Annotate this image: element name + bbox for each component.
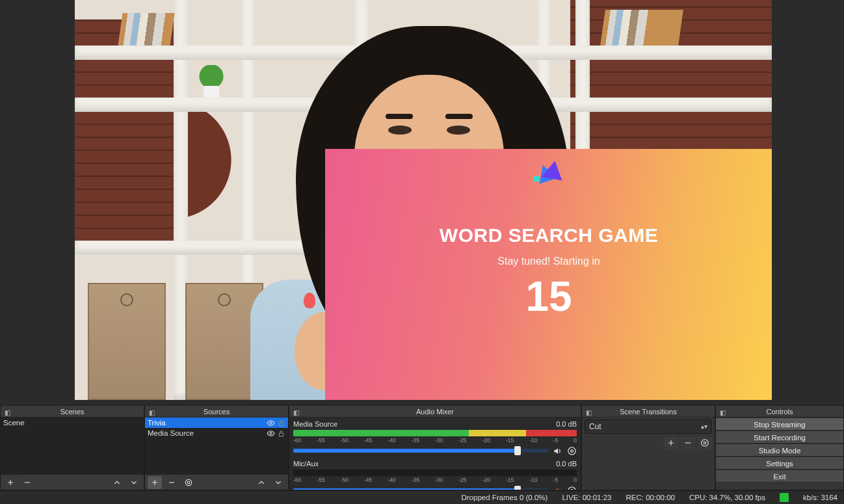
move-source-up-button[interactable]: [254, 476, 269, 489]
controls-title-label: Controls: [767, 408, 793, 416]
scenes-title-label: Scenes: [60, 408, 85, 416]
preview-canvas[interactable]: WORD SEARCH GAME Stay tuned! Starting in…: [75, 0, 772, 400]
volume-slider[interactable]: [293, 488, 548, 490]
mixer-body: Media Source 0.0 dB -60-55-50-45-40-35-3…: [289, 418, 581, 490]
sources-toolbar: [145, 474, 288, 490]
channel-name: Mic/Aux: [293, 460, 319, 468]
detach-icon[interactable]: ◧: [3, 407, 11, 415]
eyebrow: [386, 114, 413, 119]
controls-dock: ◧ Controls Stop Streaming Start Recordin…: [715, 405, 844, 490]
status-bitrate: kb/s: 3164: [803, 494, 837, 501]
sources-dock: ◧ Sources Trivia Media Source: [144, 405, 289, 490]
scenes-title: ◧ Scenes: [1, 406, 144, 418]
speaker-icon[interactable]: [552, 445, 562, 456]
channel-settings-icon[interactable]: [566, 445, 577, 456]
channel-ticks: -60-55-50-45-40-35-30-25-20-15-10-50: [293, 477, 577, 483]
remove-transition-button[interactable]: [681, 436, 695, 449]
speaker-muted-icon[interactable]: [552, 485, 562, 490]
game-overlay: WORD SEARCH GAME Stay tuned! Starting in…: [325, 149, 772, 400]
transitions-title: ◧ Scene Transitions: [582, 406, 715, 418]
channel-db: 0.0 dB: [556, 460, 577, 468]
status-health-icon: [780, 493, 789, 502]
settings-button[interactable]: Settings: [716, 457, 843, 470]
svg-point-7: [568, 447, 575, 454]
transition-settings-button[interactable]: [698, 436, 712, 449]
eyebrow: [445, 114, 473, 119]
status-cpu-fps: CPU: 34.7%, 30.00 fps: [689, 494, 765, 501]
svg-rect-1: [279, 422, 284, 425]
channel-name: Media Source: [293, 420, 337, 428]
add-transition-button[interactable]: [664, 436, 678, 449]
svg-point-5: [185, 479, 191, 485]
lock-icon[interactable]: [276, 418, 285, 427]
source-properties-button[interactable]: [181, 476, 196, 489]
detach-icon[interactable]: ◧: [292, 407, 300, 415]
source-row-media[interactable]: Media Source: [145, 428, 288, 438]
scenes-dock: ◧ Scenes Scene: [0, 405, 144, 490]
sources-title-label: Sources: [204, 408, 230, 416]
source-label: Media Source: [148, 429, 194, 437]
move-scene-down-button[interactable]: [127, 476, 141, 489]
transitions-dock: ◧ Scene Transitions Cut ▴▾: [581, 405, 715, 490]
lock-icon[interactable]: [276, 429, 285, 438]
visibility-icon[interactable]: [266, 429, 275, 438]
scene-row[interactable]: Scene: [1, 418, 144, 428]
status-bar: Dropped Frames 0 (0.0%) LIVE: 00:01:23 R…: [0, 490, 844, 504]
svg-point-2: [269, 432, 271, 434]
stop-streaming-button[interactable]: Stop Streaming: [716, 418, 843, 431]
audio-mixer-dock: ◧ Audio Mixer Media Source 0.0 dB -60-55…: [289, 405, 581, 490]
preview-area[interactable]: WORD SEARCH GAME Stay tuned! Starting in…: [0, 0, 844, 405]
visibility-icon[interactable]: [266, 418, 275, 427]
remove-source-button[interactable]: [165, 476, 179, 489]
mixer-title-label: Audio Mixer: [416, 408, 454, 416]
eye: [447, 126, 470, 135]
controls-body: Stop Streaming Start Recording Studio Mo…: [716, 418, 843, 490]
move-source-down-button[interactable]: [271, 476, 285, 489]
channel-ticks: -60-55-50-45-40-35-30-25-20-15-10-50: [293, 437, 577, 444]
svg-point-4: [187, 481, 190, 484]
overlay-countdown: 15: [525, 272, 572, 321]
svg-point-0: [269, 421, 271, 423]
add-source-button[interactable]: [148, 476, 162, 489]
controls-title: ◧ Controls: [716, 406, 843, 418]
channel-settings-icon[interactable]: [566, 485, 577, 490]
obs-app: WORD SEARCH GAME Stay tuned! Starting in…: [0, 0, 844, 504]
remove-scene-button[interactable]: [20, 476, 34, 489]
svg-point-6: [570, 449, 573, 452]
plant-decor: [198, 65, 224, 98]
books-decor: [118, 13, 174, 46]
svg-point-11: [702, 440, 709, 447]
detach-icon[interactable]: ◧: [585, 407, 592, 415]
status-dropped-frames: Dropped Frames 0 (0.0%): [461, 494, 547, 501]
overlay-title: WORD SEARCH GAME: [440, 224, 658, 246]
studio-mode-button[interactable]: Studio Mode: [716, 444, 843, 457]
status-rec-time: REC: 00:00:00: [626, 494, 675, 501]
scenes-list[interactable]: Scene: [1, 418, 144, 474]
books-decor: [600, 10, 683, 46]
docks-row: ◧ Scenes Scene ◧ Sources: [0, 405, 844, 490]
cabinet-decor: [88, 283, 166, 400]
svg-rect-3: [279, 432, 284, 436]
mixer-channel-mic: Mic/Aux 0.0 dB -60-55-50-45-40-35-30-25-…: [289, 457, 581, 490]
detach-icon[interactable]: ◧: [719, 407, 726, 415]
channel-meter: [293, 430, 577, 436]
svg-point-10: [704, 442, 706, 444]
sources-title: ◧ Sources: [145, 406, 288, 418]
transition-selected-label: Cut: [589, 422, 601, 431]
sources-list[interactable]: Trivia Media Source: [145, 418, 288, 474]
transition-select[interactable]: Cut ▴▾: [585, 419, 712, 434]
exit-button[interactable]: Exit: [716, 470, 843, 483]
source-label: Trivia: [148, 419, 166, 427]
transitions-body: Cut ▴▾: [582, 418, 715, 490]
move-scene-up-button[interactable]: [110, 476, 124, 489]
start-recording-button[interactable]: Start Recording: [716, 431, 843, 444]
channel-meter: [293, 470, 577, 476]
chevron-updown-icon: ▴▾: [701, 423, 707, 430]
volume-slider[interactable]: [293, 449, 548, 453]
nail-polish: [304, 293, 315, 308]
scenes-toolbar: [1, 474, 144, 490]
mixer-title: ◧ Audio Mixer: [289, 406, 581, 418]
add-scene-button[interactable]: [3, 476, 18, 489]
source-row-trivia[interactable]: Trivia: [145, 418, 288, 428]
detach-icon[interactable]: ◧: [148, 407, 155, 415]
